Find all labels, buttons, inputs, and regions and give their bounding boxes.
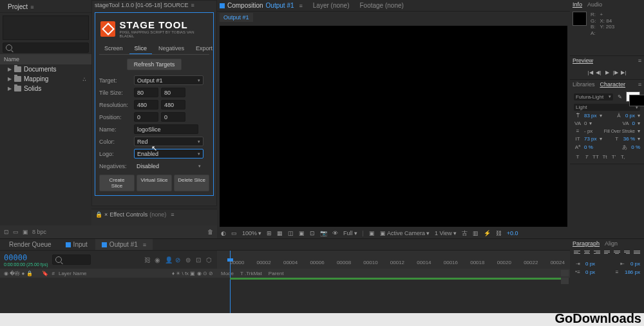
project-item-mapping[interactable]: ▶Mapping⛬ (0, 74, 91, 84)
graph-button[interactable]: ⊡ (196, 256, 203, 264)
faux-bold-button[interactable]: T (574, 153, 582, 161)
indent-right-value[interactable]: 0 px (630, 261, 640, 267)
delete-slice-button[interactable]: Delete Slice (174, 175, 209, 191)
info-tab[interactable]: Info (573, 1, 582, 8)
project-dropzone[interactable] (3, 15, 89, 40)
target-select[interactable]: Output #1▾ (134, 75, 204, 85)
justify-last-right-button[interactable] (624, 251, 630, 258)
project-item-solids[interactable]: ▶Solids (0, 84, 91, 93)
project-tab[interactable]: Project≡ (3, 1, 39, 12)
zoom-select[interactable]: 100% ▾ (242, 230, 261, 236)
timeline-search[interactable] (52, 254, 91, 265)
align-tab[interactable]: Align (605, 240, 618, 247)
font-family-select[interactable]: Futura-Light▾ (574, 93, 613, 101)
name-input[interactable] (134, 124, 198, 134)
font-size-value[interactable]: 83 px (584, 113, 597, 119)
composition-tab[interactable]: Composition Output #1≡ (220, 1, 303, 10)
alpha-button[interactable]: ◐ (221, 230, 226, 236)
bpc-button[interactable]: 8 bpc (32, 229, 46, 235)
res-height-input[interactable] (161, 100, 185, 110)
resolution-select[interactable]: Full ▾ (343, 230, 357, 236)
pos-x-input[interactable] (134, 112, 158, 122)
show-snapshot-button[interactable]: 👁 (332, 230, 338, 236)
render-queue-tab[interactable]: Render Queue (3, 239, 58, 250)
close-icon[interactable]: ≡ (30, 4, 33, 10)
subscript-button[interactable]: T, (619, 153, 627, 161)
mask-button[interactable]: ◫ (288, 230, 294, 236)
footage-tab[interactable]: Footage (none) (359, 1, 403, 10)
justify-last-center-button[interactable] (614, 251, 620, 258)
indent-left-value[interactable]: 0 px (585, 261, 595, 267)
justify-last-left-button[interactable] (604, 251, 611, 258)
audio-tab[interactable]: Audio (587, 1, 602, 8)
panel-menu-icon[interactable]: ≡ (171, 211, 174, 218)
project-search[interactable] (3, 43, 89, 53)
create-slice-button[interactable]: Create Slice (99, 175, 135, 191)
project-item-documents[interactable]: ▶Documents (0, 64, 91, 74)
camera-select[interactable]: ▣ Active Camera ▾ (380, 230, 430, 236)
composition-canvas[interactable] (220, 26, 567, 227)
baseline-value[interactable]: 0 % (584, 144, 593, 150)
snapshot-button[interactable]: 📷 (320, 230, 327, 236)
tsume-value[interactable]: 0 % (631, 144, 640, 150)
comp-mini-flowchart-button[interactable]: ⛓ (144, 256, 151, 264)
script-tab[interactable]: stageTool 1.0.0 [01-05-18] SOURCE (95, 2, 189, 8)
align-center-button[interactable] (584, 251, 591, 258)
input-tab[interactable]: Input (59, 239, 94, 250)
panel-menu-icon[interactable]: ≡ (191, 2, 194, 8)
draft3d-button[interactable]: ◉ (155, 256, 162, 264)
character-tab[interactable]: Character (600, 81, 626, 88)
first-frame-button[interactable]: |◀ (587, 69, 594, 75)
shy-button[interactable]: 👤 (165, 256, 172, 264)
interpret-button[interactable]: ⊡ (4, 229, 9, 235)
tab-screen[interactable]: Screen (99, 43, 128, 54)
panel-menu-icon[interactable]: ≡ (638, 81, 641, 88)
small-caps-button[interactable]: Tt (601, 153, 609, 161)
refresh-targets-button[interactable]: Refresh Targets (127, 59, 182, 70)
virtual-slice-button[interactable]: Virtual Slice (137, 175, 172, 191)
leading-value[interactable]: 0 px (625, 113, 635, 119)
kerning-value[interactable]: 0 (584, 120, 587, 126)
toggle-switches-button[interactable] (561, 278, 569, 284)
tab-export[interactable]: Export (191, 43, 218, 54)
view-select[interactable]: 1 View ▾ (435, 230, 457, 236)
tile-height-input[interactable] (161, 88, 185, 97)
transparency-button[interactable]: ⊡ (310, 230, 315, 236)
tracking-value[interactable]: 0 (632, 120, 635, 126)
close-icon[interactable]: ≡ (143, 242, 146, 248)
time-ruler[interactable]: 0000000002000040000600008000100001200014… (217, 251, 570, 269)
timeline-button[interactable]: ⛓ (496, 230, 502, 236)
last-frame-button[interactable]: ▶| (621, 69, 627, 75)
libraries-tab[interactable]: Libraries (573, 81, 595, 88)
current-time[interactable]: 00000 (4, 253, 48, 262)
guides-button[interactable]: ▦ (277, 230, 283, 236)
fill-stroke-order[interactable]: Fill Over Stroke (604, 129, 635, 133)
layer-tab[interactable]: Layer (none) (313, 1, 350, 10)
color-select[interactable]: Red▾ (134, 137, 204, 146)
project-name-header[interactable]: Name (0, 54, 91, 64)
brainstorm-button[interactable]: ⬡ (206, 256, 213, 264)
logo-select[interactable]: Enabled▾ (134, 149, 204, 158)
lock-icon[interactable]: 🔒 (95, 211, 102, 218)
superscript-button[interactable]: T' (610, 153, 618, 161)
space-after-value[interactable]: 186 px (625, 269, 640, 275)
comp-marker-button[interactable] (561, 270, 569, 276)
align-right-button[interactable] (594, 251, 600, 258)
fast-preview-button[interactable]: ⚡ (484, 230, 491, 236)
roi-button[interactable]: ▣ (369, 230, 375, 236)
align-left-button[interactable] (574, 251, 580, 258)
channel-button[interactable]: ▭ (231, 230, 237, 236)
trash-button[interactable]: 🗑 (207, 229, 213, 235)
prev-frame-button[interactable]: ◀| (596, 69, 602, 75)
view-options-button[interactable]: 古 (462, 229, 468, 238)
eyedropper-icon[interactable]: ✎ (616, 94, 623, 100)
effect-controls-tab[interactable]: 🔒 × Effect Controls (none) ≡ (91, 209, 217, 220)
justify-all-button[interactable] (634, 251, 640, 258)
all-caps-button[interactable]: TT (592, 153, 600, 161)
preview-tab[interactable]: Preview (573, 57, 593, 64)
space-before-value[interactable]: 0 px (585, 269, 595, 275)
panel-menu-icon[interactable]: ≡ (638, 57, 641, 64)
timeline-tracks[interactable] (230, 278, 565, 282)
pos-y-input[interactable] (161, 112, 185, 122)
frame-blend-button[interactable]: ⊘ (175, 256, 182, 264)
